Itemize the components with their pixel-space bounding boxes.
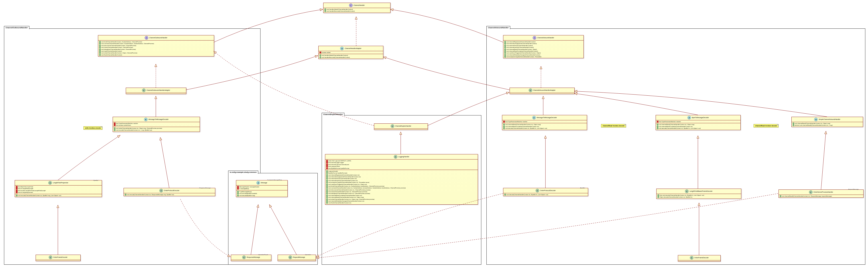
class-SimpleChannelInboundHandler: ASimpleChannelInboundHandler void channe… [792, 117, 863, 127]
class-LengthFieldPrepender: CLengthFieldPrepender final ByteOrder by… [15, 180, 102, 197]
abstract-icon: A [144, 117, 148, 121]
stereo-osph: RequestMessage [848, 189, 859, 190]
class-icon: C [159, 189, 163, 192]
class-OrderProtocolDecoder: COrderProtocolDecoder void decode(Channe… [503, 188, 588, 196]
abstract-icon: A [814, 117, 818, 121]
class-ChannelOutboundHandler-if: IChannelOutboundHandler void bind(Channe… [98, 35, 214, 57]
class-OrderFrameDecoder: COrderFrameDecoder [678, 255, 721, 262]
class-MessageToMessageDecoder: AMessageToMessageDecoder final TypeParam… [502, 115, 587, 130]
note-read-decode-2: channelRead invokes decode [753, 124, 778, 128]
interface-icon: I [145, 36, 148, 40]
class-ChannelHandler: IChannelHandler void handlerAdded(Channe… [323, 3, 391, 13]
class-ChannelOutboundHandlerAdapter: CChannelOutboundHandlerAdapter [126, 88, 186, 94]
class-OrderProtocolEncoder: COrderProtocolEncoder void encode(Channe… [124, 188, 215, 196]
class-icon: C [690, 256, 693, 260]
class-icon: C [529, 89, 532, 92]
interface-icon: I [533, 36, 536, 40]
abstract-icon: A [340, 47, 344, 50]
package-common-title: io.netty.example.study.common [228, 171, 258, 174]
abstract-icon: A [532, 116, 536, 120]
class-OrderFrameEncoder: COrderFrameEncoder [36, 255, 81, 261]
interface-icon: I [349, 4, 353, 7]
abstract-icon: A [256, 181, 260, 184]
stereo-rm: OperationResult [258, 254, 268, 255]
class-LoggingHandler: CLoggingHandler static final LogLevel DE… [325, 154, 478, 205]
class-icon: C [288, 256, 292, 259]
class-icon: C [394, 155, 397, 159]
note-write-encode: write invokes encode [84, 126, 102, 130]
class-icon: C [242, 256, 246, 259]
class-icon: C [685, 190, 688, 193]
package-outbound: ChannelOutboundHandler [4, 29, 260, 265]
package-outbound-title: ChannelOutboundHandler [4, 26, 29, 29]
class-ChannelDuplexHandler: CChannelDuplexHandler [374, 124, 428, 130]
package-inbound: ChannelInboundHandler [487, 29, 865, 265]
class-ChannelInboundHandlerAdapter: CChannelInboundHandlerAdapter [509, 88, 575, 94]
note-read-decode-1: channelRead invokes decode [601, 124, 626, 128]
class-OrderServerProcessHandler: COrderServerProcessHandler void channelR… [778, 190, 864, 198]
stereo-lfp: ByteBuf [93, 180, 98, 181]
stereo-rqm: Operation [305, 254, 311, 255]
class-icon: C [809, 190, 812, 194]
abstract-icon: A [687, 116, 691, 120]
class-RequestMessage: CRequestMessage [278, 255, 316, 261]
class-ChannelInboundHandler-if: IChannelInboundHandler void channelRegis… [503, 35, 584, 58]
class-MessageToMessageEncoder: AMessageToMessageEncoder final TypeParam… [113, 117, 200, 132]
class-LengthFieldBasedFrameDecoder: CLengthFieldBasedFrameDecoder final void… [656, 189, 741, 199]
stereo-ope: ResponseMessage [199, 187, 211, 189]
class-icon: C [142, 89, 146, 92]
class-icon: C [536, 189, 539, 192]
class-ResponseMessage: CResponseMessage [231, 255, 271, 261]
stereo-opd: ByteBuf [580, 187, 585, 189]
class-Message: AMessage MessageHeader messageHeader T m… [236, 180, 288, 197]
class-icon: C [49, 256, 52, 259]
class-ByteToMessageDecoder: AByteToMessageDecoder final TypeParamete… [656, 115, 741, 130]
class-icon: C [48, 181, 52, 184]
package-duplex-title: ChannelDuplexHandler [322, 113, 344, 116]
package-inbound-title: ChannelInboundHandler [487, 26, 510, 29]
class-ChannelHandlerAdapter: AChannelHandlerAdapter boolean added voi… [318, 46, 383, 59]
stereo-msg: T extends MessageBody [267, 179, 282, 180]
class-icon: C [391, 124, 394, 128]
